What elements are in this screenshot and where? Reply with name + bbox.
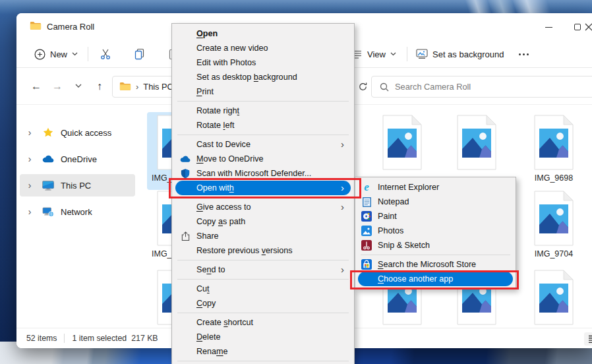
copy-icon [134, 48, 146, 60]
set-as-background-label: Set as background [432, 49, 504, 59]
screen: Camera Roll New [0, 0, 592, 364]
breadcrumb-location: This PC [143, 82, 173, 92]
minimize-button[interactable] [534, 13, 563, 41]
sidebar-item-quick-access[interactable]: ›Quick access [20, 121, 135, 144]
context-menu-item-create-a-new-video[interactable]: Create a new video [175, 41, 351, 55]
ms-store-icon [361, 259, 372, 270]
internet-explorer-icon: e [361, 182, 372, 193]
context-menu-item-give-access-to[interactable]: Give access to› [175, 200, 351, 214]
window-title: Camera Roll [47, 22, 94, 32]
menu-item-label: Print [196, 87, 214, 96]
file-item-img_9698[interactable]: IMG_9698 [524, 112, 583, 190]
menu-item-label: Send to [196, 265, 225, 274]
minimize-icon [545, 27, 552, 28]
sidebar-item-onedrive[interactable]: ›OneDrive [20, 148, 135, 170]
image-file-icon [534, 191, 574, 249]
up-button[interactable]: ↑ [89, 76, 110, 97]
sidebar-item-this-pc[interactable]: ›This PC [20, 174, 135, 197]
star-icon [40, 127, 57, 138]
menu-item-label: Internet Explorer [378, 183, 439, 192]
chevron-right-icon[interactable]: › [20, 127, 40, 138]
context-menu-item-cast-to-device[interactable]: Cast to Device› [175, 137, 351, 152]
photos-icon [361, 226, 372, 236]
open-with-item-snip-sketch[interactable]: Snip & Sketch [358, 238, 513, 253]
context-menu-item-open[interactable]: Open [175, 26, 351, 41]
context-menu-item-copy[interactable]: Copy [175, 296, 351, 311]
notepad-icon [361, 197, 372, 207]
onedrive-cloud-icon [40, 155, 57, 163]
submenu-arrow-icon: › [341, 200, 344, 214]
back-button[interactable]: ← [26, 76, 47, 97]
chevron-right-icon[interactable]: › [20, 154, 40, 164]
context-menu-item-send-to[interactable]: Send to› [175, 262, 351, 277]
copy-button[interactable] [128, 44, 152, 64]
search-input[interactable]: Search Camera Roll [371, 76, 592, 98]
context-menu-item-restore-previous-versions[interactable]: Restore previous versions [175, 243, 351, 258]
onedrive-cloud-icon [180, 154, 191, 164]
sidebar-item-label: This PC [61, 181, 91, 191]
file-name-label: IMG_9698 [524, 173, 583, 183]
context-menu-item-delete[interactable]: Delete [175, 330, 351, 344]
menu-item-label: Scan with Microsoft Defender... [196, 169, 311, 178]
view-button-label: View [367, 49, 386, 59]
toolbar-divider [88, 47, 88, 61]
set-as-background-button[interactable]: Set as background [410, 45, 510, 63]
ellipsis-icon [519, 53, 521, 55]
see-more-button[interactable] [512, 48, 535, 61]
sidebar-item-label: OneDrive [61, 154, 97, 164]
context-menu-item-set-as-desktop-background[interactable]: Set as desktop background [175, 70, 351, 84]
context-menu-item-rotate-left[interactable]: Rotate left [175, 118, 351, 133]
image-icon [416, 49, 428, 59]
menu-item-label: Paint [378, 212, 397, 221]
forward-button[interactable]: → [47, 76, 68, 97]
image-file-icon [534, 270, 574, 328]
defender-shield-icon [180, 168, 191, 179]
context-menu-separator [177, 313, 349, 313]
context-menu-item-print[interactable]: Print [175, 84, 351, 99]
sidebar-item-network[interactable]: ›Network [20, 200, 135, 223]
paint-icon [361, 211, 372, 222]
submenu-arrow-icon: › [341, 137, 344, 152]
menu-item-label: Delete [196, 332, 220, 342]
chevron-right-icon[interactable]: › [20, 206, 40, 217]
file-item-img_9704[interactable]: IMG_9704 [524, 188, 583, 266]
context-menu-item-move-to-onedrive[interactable]: Move to OneDrive [175, 152, 351, 166]
menu-item-label: Cut [196, 284, 210, 293]
submenu-arrow-icon: › [341, 262, 344, 277]
context-menu-separator [177, 361, 349, 361]
annotation-box-open-with [169, 178, 361, 198]
context-menu-separator [177, 135, 349, 135]
menu-item-label: Set as desktop background [196, 73, 297, 82]
open-with-item-search-the-microsoft-store[interactable]: Search the Microsoft Store [358, 257, 513, 272]
open-with-item-notepad[interactable]: Notepad [358, 195, 513, 209]
sidebar-item-label: Quick access [61, 128, 111, 138]
new-button[interactable]: New [28, 45, 84, 64]
chevron-right-icon[interactable]: › [20, 180, 40, 191]
menu-item-label: Search the Microsoft Store [378, 260, 476, 269]
list-lines-icon [588, 335, 592, 344]
open-with-item-paint[interactable]: Paint [358, 209, 513, 224]
context-menu-item-share[interactable]: Share [175, 229, 351, 243]
recent-locations-button[interactable] [68, 76, 89, 97]
monitor-icon [40, 181, 57, 191]
context-menu-separator [177, 279, 349, 280]
refresh-button[interactable] [353, 76, 372, 96]
cut-button[interactable] [94, 44, 117, 64]
context-menu-item-rotate-right[interactable]: Rotate right [175, 104, 351, 118]
details-view-toggle[interactable] [584, 332, 592, 346]
close-icon [584, 22, 592, 32]
menu-item-label: Copy [196, 299, 216, 308]
menu-item-label: Rotate right [196, 106, 239, 115]
menu-item-label: Cast to Device [196, 140, 251, 149]
context-menu-item-rename[interactable]: Rename [175, 344, 351, 359]
open-with-item-internet-explorer[interactable]: eInternet Explorer [358, 180, 513, 195]
context-menu-item-edit-with-photos[interactable]: Edit with Photos [175, 55, 351, 70]
menu-item-label: Snip & Sketch [378, 241, 430, 250]
close-button[interactable] [584, 13, 592, 41]
menu-item-label: Share [196, 231, 219, 241]
context-menu-item-create-shortcut[interactable]: Create shortcut [175, 315, 351, 330]
search-icon [380, 82, 389, 92]
context-menu-item-cut[interactable]: Cut [175, 282, 351, 296]
open-with-item-photos[interactable]: Photos [358, 224, 513, 238]
context-menu-item-copy-as-path[interactable]: Copy as path [175, 214, 351, 229]
